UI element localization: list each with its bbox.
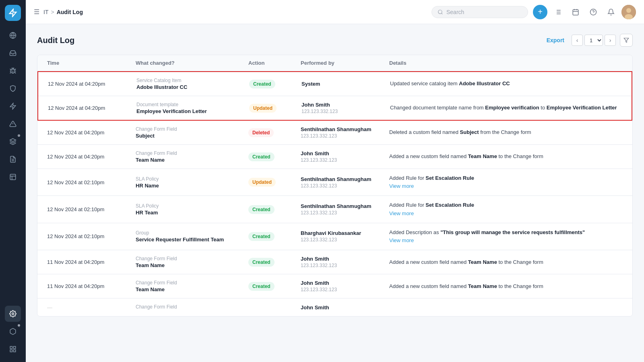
search-icon (438, 9, 443, 15)
what-category: Change Form Field (136, 256, 242, 261)
what-category: Change Form Field (136, 280, 242, 286)
cell-details: Added Description as "This group will ma… (386, 223, 626, 250)
view-more-link[interactable]: View more (389, 183, 623, 190)
col-header-what: What changed? (132, 55, 245, 71)
cell-action: Created (245, 252, 297, 272)
app-logo[interactable] (5, 5, 21, 21)
performer-ip: 123.123.332.123 (301, 183, 383, 189)
cell-what: Change Form Field Subject (132, 121, 245, 144)
topbar: ☰ IT > Audit Log + (26, 0, 644, 24)
view-more-link[interactable]: View more (389, 237, 623, 244)
cell-what: Group Service Requester Fulfillment Team (132, 224, 245, 248)
action-badge: Created (248, 152, 275, 161)
table-row: 12 Nov 2024 at 04:20pm Service Catalog I… (38, 72, 632, 96)
svg-rect-14 (10, 350, 12, 352)
export-button[interactable]: Export (543, 35, 568, 45)
performer-name: John Smith (301, 102, 384, 108)
breadcrumb-it[interactable]: IT (43, 9, 48, 15)
cell-details: Deleted a custom field named Subject fro… (386, 123, 626, 142)
action-badge: Created (248, 232, 275, 241)
svg-point-30 (626, 8, 631, 13)
what-category: SLA Policy (136, 176, 242, 182)
cell-what: Document template Employee Verification … (133, 96, 246, 120)
highlighted-group: 12 Nov 2024 at 04:20pm Service Catalog I… (37, 71, 632, 121)
what-category: Change Form Field (136, 304, 242, 310)
cell-time: 12 Nov 2024 at 04:20pm (44, 124, 132, 141)
notification-button[interactable] (604, 5, 618, 19)
search-bar[interactable] (431, 6, 528, 18)
sidebar-item-shield[interactable] (5, 80, 21, 97)
what-category: Group (136, 230, 242, 236)
sidebar-item-bolt[interactable] (5, 98, 21, 114)
breadcrumb: ☰ IT > Audit Log (34, 8, 83, 16)
cell-performer: John Smith (297, 299, 386, 316)
sidebar-item-alert[interactable] (5, 116, 21, 132)
pagination: ‹ 1 2 3 › (572, 35, 616, 46)
what-name: HR Name (136, 183, 242, 189)
action-badge: Created (248, 205, 275, 214)
sidebar-item-layers[interactable]: ⋮ (5, 134, 21, 150)
cell-what: Change Form Field Team Name (132, 250, 245, 274)
cell-action (245, 302, 297, 313)
filter-button[interactable] (620, 34, 633, 47)
sidebar-item-bug[interactable] (5, 63, 21, 79)
cell-time: 12 Nov 2024 at 04:20pm (45, 99, 133, 117)
performer-ip: 123.123.332.123 (301, 133, 383, 139)
cell-what: Service Catalog Item Adobe Illustrator C… (133, 72, 246, 96)
sidebar-item-chart[interactable] (5, 169, 21, 185)
cell-what: Change Form Field (132, 298, 245, 316)
cell-performer: John Smith 123.123.332.123 (298, 96, 387, 120)
cell-what: Change Form Field Team Name (132, 274, 245, 298)
sidebar-item-cube[interactable]: ⋮ (5, 323, 21, 339)
table-row: 12 Nov 2024 at 02:10pm Group Service Req… (37, 223, 632, 250)
view-more-link[interactable]: View more (389, 210, 623, 217)
sidebar-item-inbox[interactable] (5, 45, 21, 61)
what-name: HR Team (136, 210, 242, 216)
sidebar-item-settings[interactable] (5, 306, 21, 322)
pagination-prev[interactable]: ‹ (572, 35, 583, 46)
breadcrumb-current: Audit Log (57, 9, 83, 15)
menu-icon[interactable]: ☰ (34, 8, 39, 16)
what-name: Team Name (136, 262, 242, 268)
performer-ip: 123.123.332.123 (301, 210, 383, 216)
what-category: Document template (136, 102, 243, 107)
table-header: Time What changed? Action Performed by D… (37, 55, 632, 71)
cell-time: 12 Nov 2024 at 02:10pm (44, 201, 132, 218)
action-badge: Updated (248, 178, 276, 187)
topbar-actions: + (533, 5, 636, 19)
add-button[interactable]: + (533, 5, 547, 19)
action-badge: Created (248, 282, 275, 291)
sidebar-item-document[interactable] (5, 151, 21, 167)
performer-name: John Smith (301, 256, 383, 262)
list-view-button[interactable] (551, 5, 565, 19)
page-title: Audit Log (37, 36, 74, 45)
action-badge: Created (248, 258, 275, 267)
cell-time: 11 Nov 2024 at 04:20pm (44, 278, 132, 295)
sidebar: ⋮ ⋮ (0, 0, 26, 362)
calendar-button[interactable] (568, 5, 583, 19)
avatar[interactable] (621, 5, 636, 19)
performer-name: John Smith (301, 304, 383, 311)
sidebar-item-globe[interactable] (5, 27, 21, 43)
cell-action: Deleted (245, 123, 297, 143)
audit-table: Time What changed? Action Performed by D… (37, 55, 633, 317)
pagination-select[interactable]: 1 2 3 (584, 35, 603, 46)
performer-name: Senthilnathan Shanmugham (301, 203, 383, 209)
table-row: 12 Nov 2024 at 04:20pm Document template… (38, 96, 632, 120)
pagination-next[interactable]: › (605, 35, 616, 46)
svg-rect-23 (573, 10, 578, 15)
table-row: 12 Nov 2024 at 02:10pm SLA Policy HR Tea… (37, 196, 632, 223)
search-input[interactable] (446, 9, 511, 15)
what-name: Team Name (136, 157, 242, 163)
page-area: Audit Log Export ‹ 1 2 3 › (26, 24, 644, 362)
svg-marker-0 (10, 9, 17, 16)
col-header-action: Action (245, 55, 297, 71)
sidebar-item-grid[interactable] (5, 341, 21, 357)
cell-time: 12 Nov 2024 at 02:10pm (44, 174, 132, 191)
svg-point-15 (438, 10, 442, 13)
cell-details: Added a new custom field named Team Name… (386, 147, 626, 166)
cell-what: SLA Policy HR Name (132, 171, 245, 194)
performer-name: Senthilnathan Shanmugham (301, 176, 383, 182)
breadcrumb-separator: > (51, 9, 54, 15)
help-button[interactable] (586, 5, 601, 19)
